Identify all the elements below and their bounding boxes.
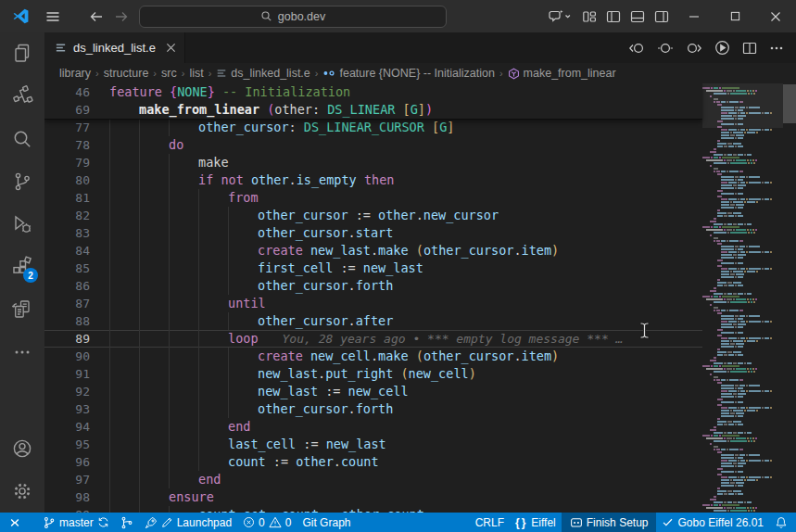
code-line[interactable]: 79make xyxy=(44,154,702,171)
account-icon[interactable] xyxy=(0,427,44,470)
run-debug-icon[interactable] xyxy=(0,203,44,246)
code-line[interactable]: 96count := other.count xyxy=(44,453,702,471)
code-line[interactable]: 82other_cursor := other.new_cursor xyxy=(44,207,702,224)
breadcrumb: library › structure › src › list › ds_li… xyxy=(44,63,796,83)
code-line[interactable]: 81from xyxy=(44,189,702,207)
code-line[interactable]: 77other_cursor: DS_LINEAR_CURSOR [G] xyxy=(44,119,702,136)
code-line[interactable]: 46feature {NONE} -- Initialization xyxy=(44,83,702,101)
nav-location-icon[interactable] xyxy=(657,41,674,56)
titlebar: gobo.dev xyxy=(0,0,796,32)
explorer-icon[interactable] xyxy=(0,32,44,75)
code-line[interactable]: 94end xyxy=(44,418,702,436)
line-number: 80 xyxy=(44,171,109,189)
code-line[interactable]: 93other_cursor.forth xyxy=(44,400,702,418)
status-bar: master Launchpad 0 0 Git Graph CRLF {} E… xyxy=(0,513,796,532)
code-line[interactable]: 87until xyxy=(44,295,702,312)
code-line[interactable]: 98ensure xyxy=(44,488,702,506)
code-line[interactable]: 89loopYou, 28 years ago • *** empty log … xyxy=(44,330,702,348)
rocket-icon xyxy=(145,516,158,529)
code-line[interactable]: 85first_cell := new_last xyxy=(44,260,702,277)
pencil-icon xyxy=(161,516,173,528)
language-mode[interactable]: {} Eiffel xyxy=(510,513,562,532)
breadcrumb-method[interactable]: make_from_linear xyxy=(508,67,616,80)
nav-back-circle-icon[interactable] xyxy=(628,41,645,56)
search-sidebar-icon[interactable] xyxy=(0,118,44,160)
code-line[interactable]: 99count_set: count = other.count xyxy=(44,506,702,513)
code-line[interactable]: 91new_last.put_right (new_cell) xyxy=(44,365,702,383)
code-line[interactable]: 78do xyxy=(44,136,702,154)
git-graph-button[interactable] xyxy=(115,513,139,532)
close-window-button[interactable] xyxy=(755,0,796,32)
code-line[interactable]: 80if not other.is_empty then xyxy=(44,171,702,189)
git-branch-status[interactable]: master xyxy=(37,513,115,532)
more-views-icon[interactable] xyxy=(0,331,44,374)
toggle-secondary-sidebar-icon[interactable] xyxy=(650,4,674,30)
vertical-scrollbar[interactable] xyxy=(783,83,796,513)
code-line[interactable]: 90create new_cell.make (other_cursor.ite… xyxy=(44,348,702,365)
breadcrumb-list[interactable]: list xyxy=(189,67,203,80)
tab-ds-linked-list[interactable]: ds_linked_list.e xyxy=(44,32,185,63)
eol-indicator[interactable]: CRLF xyxy=(470,513,510,532)
menu-icon[interactable] xyxy=(45,9,60,24)
command-center-search[interactable]: gobo.dev xyxy=(139,6,447,28)
line-number: 97 xyxy=(44,471,109,488)
split-editor-icon[interactable] xyxy=(742,41,757,56)
more-actions-icon[interactable] xyxy=(769,41,784,56)
braces-icon: {} xyxy=(515,516,527,529)
file-icon xyxy=(216,68,227,79)
warning-icon xyxy=(269,516,282,528)
code-line[interactable]: 97end xyxy=(44,471,702,488)
code-line[interactable]: 95last_cell := new_last xyxy=(44,436,702,453)
sync-icon xyxy=(97,516,109,528)
sticky-scroll[interactable]: 46feature {NONE} -- Initialization69make… xyxy=(44,83,702,120)
code-line[interactable]: 69make_from_linear (other: DS_LINEAR [G]… xyxy=(44,101,702,119)
references-icon[interactable] xyxy=(0,288,44,331)
breadcrumb-symbol[interactable]: feature {NONE} -- Initialization xyxy=(322,67,494,80)
launchpad-button[interactable]: Launchpad xyxy=(139,513,237,532)
finish-setup-button[interactable]: Finish Setup xyxy=(562,513,657,532)
line-number: 92 xyxy=(44,383,109,400)
notifications-bell[interactable] xyxy=(769,513,796,532)
minimap[interactable] xyxy=(702,83,783,513)
settings-gear-icon[interactable] xyxy=(0,470,44,513)
problems-button[interactable]: 0 0 xyxy=(237,513,297,532)
code-line[interactable]: 88other_cursor.after xyxy=(44,312,702,330)
line-number: 93 xyxy=(44,400,109,418)
remote-indicator[interactable] xyxy=(0,513,30,532)
code-editor[interactable]: 77other_cursor: DS_LINEAR_CURSOR [G]78do… xyxy=(44,83,796,513)
tab-close-icon[interactable] xyxy=(166,43,176,53)
scrollbar-thumb[interactable] xyxy=(783,84,796,123)
breadcrumb-structure[interactable]: structure xyxy=(104,67,149,80)
code-line[interactable]: 86other_cursor.forth xyxy=(44,277,702,295)
gobo-eiffel-status[interactable]: Gobo Eiffel 26.01 xyxy=(656,513,769,532)
source-control-icon[interactable] xyxy=(0,160,44,203)
chevron-right-icon: › xyxy=(95,68,99,79)
minimize-button[interactable] xyxy=(674,0,714,32)
breadcrumb-file[interactable]: ds_linked_list.e xyxy=(216,67,310,80)
line-number: 91 xyxy=(44,365,109,383)
line-number: 90 xyxy=(44,348,109,365)
code-line[interactable]: 84create new_last.make (other_cursor.ite… xyxy=(44,242,702,260)
search-value: gobo.dev xyxy=(278,10,325,23)
extensions-icon[interactable]: 2 xyxy=(0,246,44,288)
minimap-viewport[interactable] xyxy=(702,83,783,128)
git-graph-label-button[interactable]: Git Graph xyxy=(297,513,356,532)
hierarchy-icon[interactable] xyxy=(0,75,44,118)
toggle-panel-icon[interactable] xyxy=(625,4,650,30)
maximize-button[interactable] xyxy=(714,0,755,32)
toggle-sidebar-icon[interactable] xyxy=(601,4,625,30)
line-number: 94 xyxy=(44,418,109,436)
nav-back-icon[interactable] xyxy=(89,9,104,24)
nav-forward-icon[interactable] xyxy=(114,9,129,24)
copilot-icon[interactable] xyxy=(542,4,577,30)
code-line[interactable]: 92new_last := new_cell xyxy=(44,383,702,400)
line-number: 98 xyxy=(44,488,109,506)
breadcrumb-library[interactable]: library xyxy=(59,67,91,80)
error-icon xyxy=(243,516,255,528)
run-circle-icon[interactable] xyxy=(714,40,730,56)
code-line[interactable]: 83other_cursor.start xyxy=(44,224,702,242)
chevron-right-icon: › xyxy=(499,68,503,79)
breadcrumb-src[interactable]: src xyxy=(161,67,177,80)
nav-forward-circle-icon[interactable] xyxy=(686,41,702,56)
customize-layout-icon[interactable] xyxy=(577,4,601,30)
